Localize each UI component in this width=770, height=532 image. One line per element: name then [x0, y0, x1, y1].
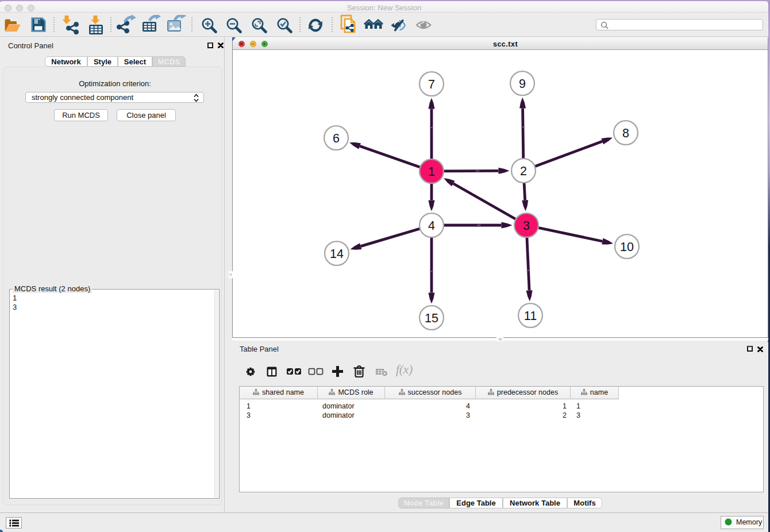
- svg-text:15: 15: [425, 311, 438, 325]
- svg-text:2: 2: [520, 164, 527, 178]
- svg-text:f(x): f(x): [396, 364, 413, 376]
- svg-text:14: 14: [330, 247, 344, 261]
- svg-text:4: 4: [428, 219, 435, 233]
- svg-text:10: 10: [620, 240, 634, 254]
- svg-text:8: 8: [622, 126, 629, 140]
- svg-text:3: 3: [523, 219, 530, 233]
- svg-text:9: 9: [519, 77, 526, 91]
- svg-text:11: 11: [524, 309, 537, 323]
- svg-text:7: 7: [428, 78, 435, 91]
- svg-text:1: 1: [428, 165, 435, 179]
- svg-text:6: 6: [333, 132, 340, 145]
